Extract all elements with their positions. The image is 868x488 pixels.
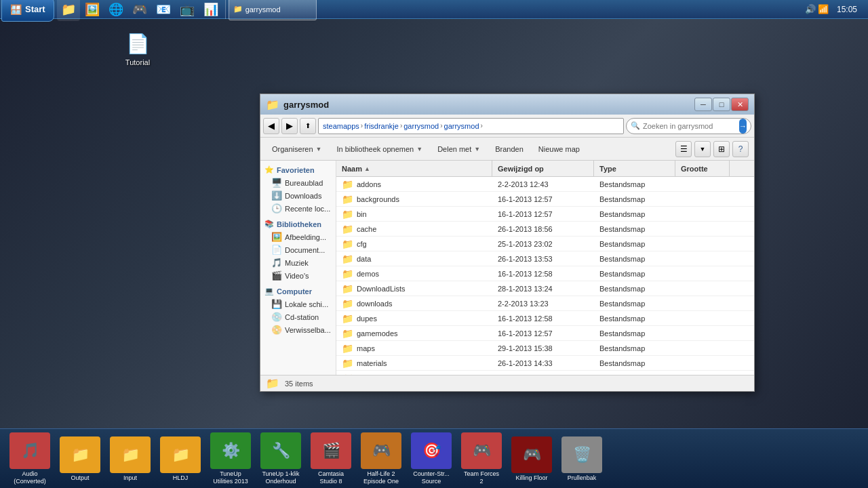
videos-icon: 🎬 [271, 270, 282, 281]
view-tiles-button[interactable]: ⊞ [713, 141, 730, 157]
sidebar-item-downloads[interactable]: ⬇️ Downloads [260, 189, 336, 202]
table-row[interactable]: 📁 media 16-1-2013 13:03 Bestandsmap [336, 371, 754, 375]
sidebar-item-bureaublad[interactable]: 🖥️ Bureaublad [260, 176, 336, 189]
toolbar-bibliotheek[interactable]: In bibliotheek opnemen ▼ [330, 140, 429, 158]
sidebar-item-videos[interactable]: 🎬 Video's [260, 269, 336, 282]
computer-icon: 💻 [264, 287, 274, 296]
taskbar-steam-icon[interactable]: 🎮 [128, 0, 151, 21]
table-row[interactable]: 📁 DownloadLists 28-1-2013 13:24 Bestands… [336, 281, 754, 296]
toolbar-delen[interactable]: Delen met ▼ [431, 140, 486, 158]
bureaublad-label: Bureaublad [285, 179, 323, 187]
taskbar-open-garrysmod[interactable]: 📁 garrysmod [229, 0, 317, 20]
systray: 🔊 📶 [805, 4, 829, 14]
col-header-type[interactable]: Type [594, 161, 675, 176]
taskbar-app-killingfloor[interactable]: 🎮 Killing Floor [507, 432, 556, 486]
view-dropdown-button[interactable]: ▼ [694, 141, 711, 157]
sidebar-item-recente[interactable]: 🕒 Recente loc... [260, 202, 336, 215]
breadcrumb: steamapps › frisdrankje › garrysmod › ga… [318, 118, 624, 134]
back-button[interactable]: ◀ [263, 118, 279, 134]
table-row[interactable]: 📁 dupes 16-1-2013 12:58 Bestandsmap [336, 311, 754, 326]
col-header-gewijzigd[interactable]: Gewijzigd op [492, 161, 594, 176]
toolbar-nieuwe-map[interactable]: Nieuwe map [532, 140, 586, 158]
sidebar-item-document[interactable]: 📄 Document... [260, 243, 336, 256]
table-row[interactable]: 📁 addons 2-2-2013 12:43 Bestandsmap [336, 177, 754, 192]
sidebar-header-bibliotheken[interactable]: 📚 Bibliotheken [260, 218, 336, 230]
table-row[interactable]: 📁 demos 16-1-2013 12:58 Bestandsmap [336, 266, 754, 281]
bibliotheken-icon: 📚 [264, 220, 274, 228]
favorieten-icon: ⭐ [264, 165, 274, 174]
taskbar-app-tuneup[interactable]: ⚙️ TuneUpUtilities 2013 [206, 432, 255, 486]
table-row[interactable]: 📁 materials 26-1-2013 14:33 Bestandsmap [336, 356, 754, 371]
search-input[interactable] [643, 122, 736, 130]
taskbar-app-camtasia[interactable]: 🎬 CamtasiaStudio 8 [307, 432, 355, 486]
lokale-icon: 💾 [271, 299, 282, 309]
search-icon: 🔍 [631, 121, 640, 130]
forward-button[interactable]: ▶ [281, 118, 298, 134]
afbeelding-icon: 🖼️ [271, 232, 282, 242]
taskbar-app-hl2ep1[interactable]: 🎮 Half-Life 2Episode One [357, 432, 406, 486]
sidebar-item-verwisselbaa[interactable]: 📀 Verwisselba... [260, 323, 336, 336]
taskbar-app-teamfortress[interactable]: 🎮 Team Forces2 [457, 432, 506, 486]
col-header-grootte[interactable]: Grootte [675, 161, 730, 176]
close-button[interactable]: ✕ [731, 98, 749, 111]
breadcrumb-frisdrankje[interactable]: frisdrankje [364, 122, 399, 130]
up-button[interactable]: ⬆ [300, 118, 316, 134]
breadcrumb-garrysmod2[interactable]: garrysmod [444, 122, 479, 130]
breadcrumb-garrysmod[interactable]: garrysmod [403, 122, 439, 130]
search-go-button[interactable]: → [739, 119, 747, 134]
taskbar-app-input[interactable]: 📁 Input [106, 432, 155, 486]
toolbar-organiseren[interactable]: Organiseren ▼ [266, 140, 328, 158]
downloads-icon: ⬇️ [271, 190, 282, 201]
sidebar-item-afbeelding[interactable]: 🖼️ Afbeelding... [260, 230, 336, 243]
taskbar-app-audio[interactable]: 🎵 Audio(Converted) [5, 432, 54, 486]
start-button[interactable]: 🪟 Start [1, 0, 54, 22]
sidebar-item-cdstation[interactable]: 💿 Cd-station [260, 310, 336, 323]
table-row[interactable]: 📁 gamemodes 16-1-2013 12:57 Bestandsmap [336, 326, 754, 341]
taskbar-app-counterst[interactable]: 🎯 Counter-Str...Source [407, 432, 456, 486]
taskbar-icon6[interactable]: 📊 [199, 0, 222, 21]
file-name: DownloadLists [357, 285, 406, 293]
address-bar: ◀ ▶ ⬆ steamapps › frisdrankje › garrysmo… [260, 115, 754, 138]
sidebar-header-computer[interactable]: 💻 Computer [260, 285, 336, 298]
sidebar-item-lokale[interactable]: 💾 Lokale schi... [260, 298, 336, 310]
table-row[interactable]: 📁 maps 29-1-2013 15:38 Bestandsmap [336, 341, 754, 356]
file-modified: 16-1-2013 12:57 [492, 195, 594, 203]
file-type: Bestandsmap [594, 344, 675, 352]
table-row[interactable]: 📁 downloads 2-2-2013 13:23 Bestandsmap [336, 296, 754, 311]
taskbar-app-hldj[interactable]: 📁 HLDJ [156, 432, 205, 486]
maximize-button[interactable]: □ [713, 98, 730, 111]
breadcrumb-steamapps[interactable]: steamapps [323, 122, 359, 130]
minimize-button[interactable]: ─ [694, 98, 712, 111]
file-modified: 29-1-2013 15:38 [492, 344, 594, 352]
table-row[interactable]: 📁 cfg 25-1-2013 23:02 Bestandsmap [336, 237, 754, 251]
taskbar-app-prullenbak[interactable]: 🗑️ Prullenbak [557, 432, 606, 486]
table-row[interactable]: 📁 backgrounds 16-1-2013 12:57 Bestandsma… [336, 192, 754, 207]
taskbar-mail-icon[interactable]: 📧 [152, 0, 175, 21]
taskbar-ie-icon[interactable]: 🌐 [104, 0, 127, 21]
table-row[interactable]: 📁 data 26-1-2013 13:53 Bestandsmap [336, 251, 754, 266]
bibliotheek-chevron: ▼ [416, 146, 422, 152]
branden-label: Branden [495, 145, 524, 153]
col-header-naam[interactable]: Naam ▲ [336, 161, 492, 176]
table-row[interactable]: 📁 cache 26-1-2013 18:56 Bestandsmap [336, 222, 754, 237]
systray-icon2[interactable]: 📶 [818, 4, 829, 14]
muziek-icon: 🎵 [271, 258, 282, 268]
sidebar-section-bibliotheken: 📚 Bibliotheken 🖼️ Afbeelding... 📄 Docume… [260, 218, 336, 282]
taskbar-app-output[interactable]: 📁 Output [56, 432, 104, 486]
file-modified: 16-1-2013 13:03 [492, 374, 594, 375]
taskbar-icon5[interactable]: 📺 [176, 0, 199, 21]
file-type: Bestandsmap [594, 270, 675, 278]
explorer-window: 📁 garrysmod ─ □ ✕ ◀ ▶ ⬆ steamapps › fris… [260, 94, 755, 392]
view-list-button[interactable]: ☰ [675, 141, 692, 157]
file-name: materials [357, 359, 387, 367]
desktop-icon-tutorial[interactable]: 📄 Tutorial [114, 27, 161, 69]
sidebar-header-favorieten[interactable]: ⭐ Favorieten [260, 163, 336, 176]
taskbar-explorer-icon[interactable]: 📁 [57, 0, 80, 21]
taskbar-photos-icon[interactable]: 🖼️ [81, 0, 104, 21]
toolbar-branden[interactable]: Branden [489, 140, 530, 158]
table-row[interactable]: 📁 bin 16-1-2013 12:57 Bestandsmap [336, 207, 754, 222]
help-button[interactable]: ? [732, 141, 749, 157]
taskbar-app-tuneup1klik[interactable]: 🔧 TuneUp 1-klikOnderhoud [256, 432, 305, 486]
systray-icon1[interactable]: 🔊 [805, 4, 816, 14]
sidebar-item-muziek[interactable]: 🎵 Muziek [260, 256, 336, 269]
